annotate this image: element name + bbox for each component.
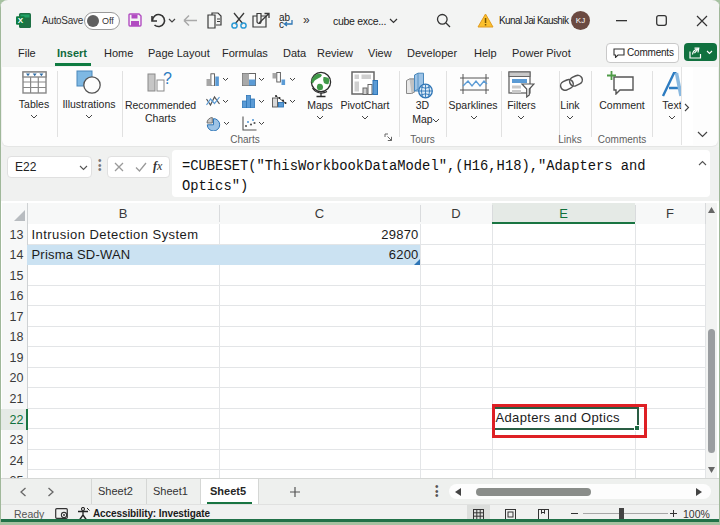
svg-text:?: ?: [163, 71, 172, 87]
svg-text:X: X: [18, 16, 24, 25]
svg-text:c: c: [279, 19, 284, 29]
